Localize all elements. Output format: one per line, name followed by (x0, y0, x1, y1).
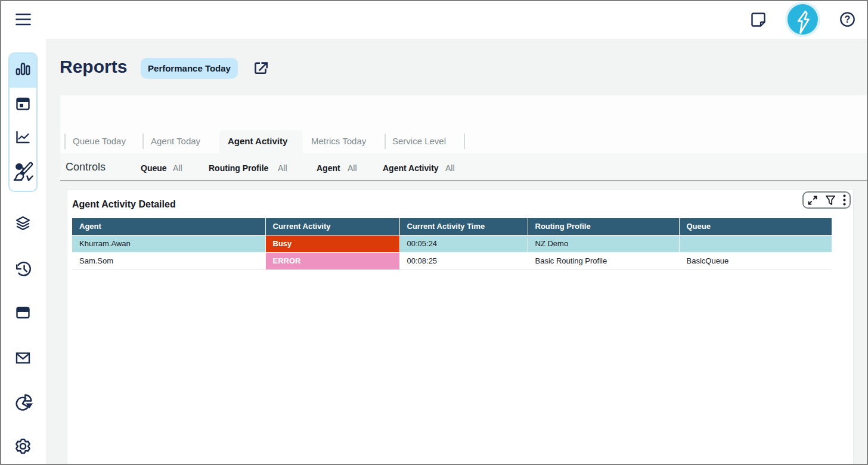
svg-text:?: ? (845, 14, 851, 24)
